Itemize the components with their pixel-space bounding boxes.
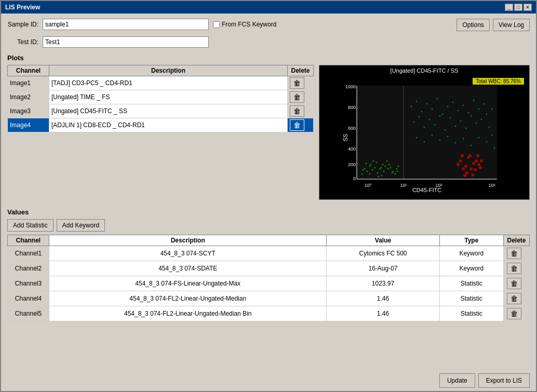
value-desc-cell: 454_8_3 074-SDATE [49,261,327,276]
table-row[interactable]: Image2 [Ungated] TIME _ FS 🗑 [8,90,314,104]
add-keyword-button[interactable]: Add Keyword [57,219,105,232]
table-row: Channel2 454_8_3 074-SDATE 16-Aug-07 Key… [8,261,530,276]
svg-point-103 [491,134,493,136]
svg-point-31 [366,163,367,165]
svg-point-32 [378,176,380,178]
value-val-cell: Cytomics FC 500 [327,246,439,261]
svg-point-39 [396,168,398,170]
window-title: LIS Preview [5,4,40,11]
view-log-button[interactable]: View Log [493,19,530,31]
svg-point-42 [395,173,396,175]
svg-point-74 [478,109,480,110]
svg-point-28 [381,175,383,177]
svg-point-21 [385,166,386,167]
svg-point-45 [472,162,475,165]
plot-delete-button[interactable]: 🗑 [290,91,304,103]
svg-rect-1 [357,86,497,179]
table-row[interactable]: Image3 [Ungated] CD45-FITC _ SS 🗑 [8,104,314,118]
value-delete-button[interactable]: 🗑 [507,308,521,319]
svg-point-36 [370,164,372,166]
maximize-button[interactable]: □ [514,4,522,11]
options-button[interactable]: Options [457,19,489,31]
svg-point-69 [452,102,454,103]
content-area: Sample ID: From FCS Keyword Options View… [1,13,536,370]
plot-delete-button[interactable]: 🗑 [290,105,304,117]
from-fcs-checkbox-label: From FCS Keyword [213,21,276,28]
plot-delete-button[interactable]: 🗑 [290,77,304,89]
values-col-delete: Delete [504,235,530,246]
svg-point-19 [382,164,384,166]
svg-text:200: 200 [348,162,356,167]
svg-text:10²: 10² [435,183,442,188]
value-desc-cell: 454_8_3 074-FL2-Linear-Ungated-Median [49,291,327,306]
value-type-cell: Statistic [439,276,503,291]
value-del-cell: 🗑 [504,291,530,306]
values-table: Channel Description Value Type Delete Ch… [7,235,530,321]
plots-table: Channel Description Delete Image1 [TADJ]… [7,65,314,132]
test-id-label: Test ID: [7,38,38,46]
svg-point-24 [393,171,394,172]
svg-point-94 [424,141,425,143]
svg-text:400: 400 [348,146,356,152]
value-delete-button[interactable]: 🗑 [507,293,521,304]
value-delete-button[interactable]: 🗑 [507,248,521,259]
svg-point-68 [447,106,449,107]
sample-id-row: Sample ID: From FCS Keyword [7,19,453,30]
svg-point-61 [411,106,412,107]
svg-point-13 [364,168,366,170]
svg-point-100 [471,145,472,146]
svg-point-88 [476,123,477,124]
svg-point-55 [465,171,468,174]
values-table-header: Channel Description Value Type Delete [8,235,530,246]
value-val-cell: 16-Aug-07 [327,261,439,276]
svg-point-15 [374,167,376,169]
plot-desc-cell: [Ungated] CD45-FITC _ SS [49,104,288,118]
table-row[interactable]: Image4 [ADJLIN 1] CD8-ECD _ CD4-RD1 🗑 [8,118,314,132]
svg-point-60 [476,154,479,157]
from-fcs-checkbox[interactable] [213,21,220,28]
table-row[interactable]: Image1 [TADJ] CD3-PC5 _ CD4-RD1 🗑 [8,76,314,90]
svg-text:1000: 1000 [345,84,356,89]
svg-point-47 [475,159,478,163]
svg-point-98 [455,142,457,144]
value-channel-cell: Channel4 [8,291,49,306]
value-del-cell: 🗑 [504,276,530,291]
svg-point-37 [381,167,382,169]
svg-point-58 [471,173,474,177]
svg-text:10³: 10³ [488,183,495,188]
values-col-type: Type [439,235,503,246]
svg-text:0: 0 [353,176,356,181]
svg-point-80 [434,124,436,126]
value-del-cell: 🗑 [504,261,530,276]
value-desc-cell: 454_8_3 074-FL2-Linear-Ungated-Median Bi… [49,306,327,321]
svg-point-59 [463,174,466,177]
update-button[interactable]: Update [439,373,475,388]
value-type-cell: Statistic [439,306,503,321]
test-id-input[interactable] [43,36,209,48]
add-statistic-button[interactable]: Add Statistic [7,219,53,232]
svg-point-16 [367,171,368,172]
svg-point-41 [397,171,398,172]
value-delete-button[interactable]: 🗑 [507,278,521,289]
svg-point-78 [424,127,425,128]
value-delete-button[interactable]: 🗑 [507,263,521,274]
values-col-description: Description [49,235,327,246]
svg-point-77 [419,116,420,118]
export-to-lis-button[interactable]: Export to LIS [478,373,530,388]
sample-id-input[interactable] [43,19,209,30]
svg-point-65 [432,109,433,110]
chart-badge: Total WBC: 85.76% [473,78,524,85]
close-button[interactable]: ✕ [523,4,532,11]
svg-point-83 [450,117,451,119]
main-area: Channel Description Delete Image1 [TADJ]… [7,65,530,200]
svg-point-92 [491,109,493,110]
svg-point-90 [486,114,488,115]
minimize-button[interactable]: _ [505,4,513,11]
svg-point-17 [372,169,373,171]
svg-point-20 [377,172,379,174]
svg-point-57 [479,166,482,169]
plot-channel-cell: Image3 [8,104,49,118]
svg-point-23 [390,167,392,169]
plot-delete-button[interactable]: 🗑 [290,119,304,131]
svg-point-104 [494,147,495,149]
